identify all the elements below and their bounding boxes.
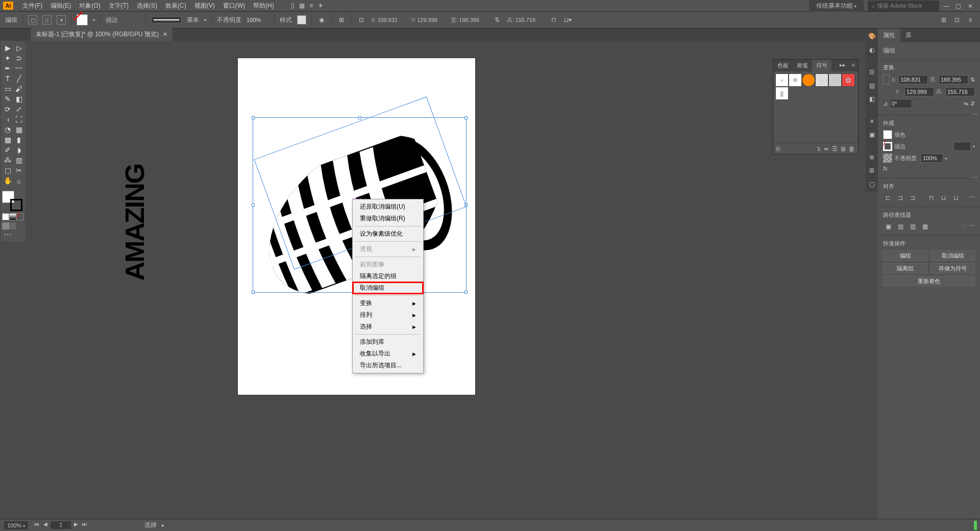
curvature-tool[interactable]: 〰 (13, 63, 24, 73)
direct-selection-tool[interactable]: ▷ (13, 43, 24, 53)
blend-tool[interactable]: ◗ (13, 145, 24, 155)
menu-window[interactable]: 窗口(W) (219, 2, 249, 10)
new-symbol-icon[interactable]: ⊞ (841, 145, 846, 153)
scale-tool[interactable]: ⤢ (13, 104, 24, 114)
flip-h-icon[interactable]: ⇋ (964, 100, 968, 107)
last-artboard-icon[interactable]: ⏭ (81, 521, 88, 529)
prop-h-input[interactable] (945, 87, 975, 96)
align-panel-icon[interactable]: ⊞ (337, 15, 346, 24)
pathfinder-unite-icon[interactable]: ▣ (883, 222, 893, 231)
magic-wand-tool[interactable]: ✦ (2, 53, 13, 63)
graph-tool[interactable]: ▥ (13, 155, 24, 165)
screen-mode-row[interactable] (2, 222, 24, 230)
gradient-panel-icon[interactable]: ▤ (867, 81, 877, 90)
transform-anchor-icon[interactable]: ⊡ (357, 15, 366, 24)
prop-rotation-input[interactable] (890, 99, 912, 108)
menu-view[interactable]: 视图(V) (190, 2, 219, 10)
gpu-icon[interactable]: ≡ (307, 1, 316, 10)
edit-toolbar-icon[interactable]: ⋯ (2, 230, 13, 240)
isolate-button[interactable]: 隔离组 (883, 263, 927, 273)
search-stock-input[interactable]: ⌕搜索 Adobe Stock (868, 1, 939, 11)
zoom-select[interactable]: 100% ▾ (4, 521, 28, 529)
zoom-tool[interactable]: ⌕ (13, 175, 24, 186)
appearance-panel-icon[interactable]: ☀ (867, 117, 877, 126)
cm-transform[interactable]: 变换▶ (353, 297, 423, 309)
close-window-button[interactable]: ✕ (968, 3, 976, 9)
transparency-panel-icon[interactable]: ◧ (867, 94, 877, 104)
hand-tool[interactable]: ✋ (2, 175, 13, 186)
cm-isolate-group[interactable]: 隔离选定的组 (353, 270, 423, 282)
recolor-button[interactable]: 重新着色 (883, 276, 975, 286)
symbol-item[interactable]: ▮ (775, 87, 789, 100)
menu-type[interactable]: 文字(T) (105, 2, 133, 10)
stroke-panel-icon[interactable]: ⊟ (867, 67, 877, 77)
snap-options-icon[interactable]: ⊡ (952, 15, 962, 24)
transform-each-icon[interactable]: ⊔▾ (563, 15, 572, 24)
next-artboard-icon[interactable]: ▶ (72, 521, 80, 529)
edit-contents-icon[interactable]: ◇ (42, 15, 52, 24)
bbox-icon[interactable]: ▢ (28, 15, 37, 24)
graphic-style-swatch[interactable] (297, 15, 306, 24)
pathfinder-intersect-icon[interactable]: ▥ (908, 222, 918, 231)
graphic-styles-icon[interactable]: ▣ (867, 130, 877, 139)
opacity-swatch-icon[interactable] (883, 154, 892, 163)
place-symbol-icon[interactable]: ↴ (816, 145, 821, 153)
w-value[interactable]: 188.395 (459, 17, 487, 23)
prop-y-input[interactable] (904, 87, 934, 96)
prop-w-input[interactable] (939, 75, 968, 84)
pathfinder-exclude-icon[interactable]: ▦ (920, 222, 930, 231)
menu-edit[interactable]: 编辑(E) (46, 2, 75, 10)
shape-mode-icon[interactable]: ⊓ (549, 15, 558, 24)
align-left-icon[interactable]: ⊏ (883, 193, 893, 203)
symbol-options-icon[interactable]: ☰ (832, 145, 838, 153)
cm-add-to-library[interactable]: 添加到库 (353, 336, 423, 348)
stroke-profile[interactable] (151, 16, 182, 23)
symbol-item[interactable]: ✹ (789, 73, 802, 87)
pen-tool[interactable]: ✒ (2, 63, 13, 73)
maximize-button[interactable]: ▢ (955, 3, 964, 9)
stroke-preset-label[interactable]: 基本 (187, 16, 199, 24)
prev-artboard-icon[interactable]: ◀ (42, 521, 49, 529)
selection-tool[interactable]: ▶ (2, 43, 13, 53)
ungroup-button[interactable]: 取消编组 (930, 250, 975, 261)
menu-effect[interactable]: 效果(C) (161, 2, 190, 10)
rotate-tool[interactable]: ⟳ (2, 104, 13, 114)
symbol-item[interactable]: ⚙ (828, 73, 842, 87)
cm-pixel-perfect[interactable]: 设为像素级优化 (353, 228, 423, 240)
workspace-switcher[interactable]: 传统基本功能 ▾ (809, 0, 864, 12)
y-value[interactable]: 129.999 (417, 17, 446, 23)
artboard-number[interactable]: 1 (51, 521, 71, 529)
line-tool[interactable]: ╱ (13, 73, 24, 84)
h-value[interactable]: 155.716 (515, 17, 544, 23)
link-wh-icon[interactable]: ⇅ (493, 15, 502, 24)
align-hcenter-icon[interactable]: ⊐ (895, 193, 905, 203)
cm-export-selection[interactable]: 导出所选项目... (353, 360, 423, 371)
cm-redo-ungroup[interactable]: 重做取消编组(R) (353, 213, 423, 224)
cm-collect-export[interactable]: 收集以导出▶ (353, 348, 423, 360)
type-tool[interactable]: T (2, 73, 13, 84)
lasso-tool[interactable]: ⊃ (13, 53, 24, 63)
shaper-tool[interactable]: ✎ (2, 94, 13, 104)
cm-arrange[interactable]: 排列▶ (353, 309, 423, 321)
panel-menu-icon[interactable]: ≡ (849, 60, 858, 71)
menu-object[interactable]: 对象(O) (75, 2, 104, 10)
arrange-icon[interactable]: ▦ (298, 1, 307, 10)
first-artboard-icon[interactable]: ⏮ (33, 521, 40, 529)
fx-label[interactable]: fx. (883, 165, 889, 171)
width-tool[interactable]: ⫞ (2, 114, 13, 124)
fill-color-swatch[interactable] (883, 130, 892, 139)
symbol-sprayer-tool[interactable]: ⁂ (2, 155, 13, 165)
slice-tool[interactable]: ✂ (13, 165, 24, 175)
menu-select[interactable]: 选择(S) (133, 2, 161, 10)
align-right-icon[interactable]: ⊐ (908, 193, 918, 203)
rectangle-tool[interactable]: ▭ (2, 84, 13, 94)
style-label[interactable]: 样式 (280, 16, 292, 24)
stroke-weight-prop-input[interactable] (953, 142, 971, 151)
symbol-libraries-icon[interactable]: ⎘ (776, 145, 780, 153)
recolor-icon[interactable]: ◉ (317, 15, 326, 24)
artboard-nav[interactable]: ⏮ ◀ 1 ▶ ⏭ (33, 521, 88, 529)
stroke-label[interactable]: 描边 (106, 16, 118, 24)
color-mode-row[interactable]: ╱ (2, 213, 24, 220)
symbol-item[interactable]: ✿ (842, 73, 855, 87)
share-icon[interactable]: ✈ (316, 1, 325, 10)
